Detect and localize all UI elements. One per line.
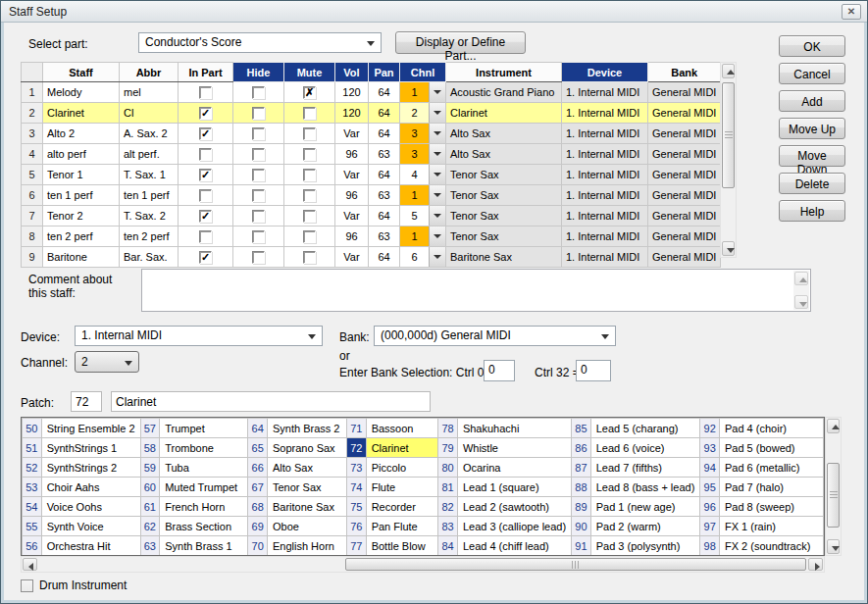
scroll-up-button[interactable] — [722, 64, 735, 78]
patch-name-cell[interactable]: Lead 6 (voice) — [590, 438, 700, 458]
patch-number-cell[interactable]: 67 — [248, 478, 268, 497]
patch-name-cell[interactable]: Pad 8 (sweep) — [719, 497, 823, 517]
scroll-right-button[interactable] — [808, 558, 823, 571]
staff-row[interactable]: 7Tenor 2T. Sax. 2✓Var645Tenor Sax1. Inte… — [22, 206, 721, 226]
patch-name-cell[interactable]: Choir Aahs — [41, 478, 140, 497]
patch-number-cell[interactable]: 55 — [23, 517, 42, 536]
in-part-checkbox[interactable]: ✓ — [199, 127, 212, 140]
in-part-checkbox[interactable]: ✓ — [199, 169, 212, 181]
patch-name-cell[interactable]: Brass Section — [160, 517, 248, 536]
patch-name-cell[interactable]: Voice Oohs — [41, 497, 140, 517]
pan-cell[interactable]: 64 — [369, 165, 400, 185]
instrument-cell[interactable]: Alto Sax — [446, 144, 562, 165]
patch-name-cell[interactable]: Orchestra Hit — [41, 536, 140, 556]
channel-value[interactable]: 1 — [400, 185, 429, 205]
patch-number-cell[interactable]: 59 — [140, 458, 160, 478]
patch-name-cell[interactable]: Soprano Sax — [267, 438, 346, 458]
add-button[interactable]: Add — [779, 90, 845, 112]
staff-abbr-cell[interactable]: alt perf. — [120, 144, 179, 165]
patch-number-cell[interactable]: 86 — [572, 438, 591, 458]
patch-name-cell[interactable]: Alto Sax — [267, 458, 346, 478]
channel-dropdown-button[interactable] — [429, 144, 445, 164]
patch-name-cell[interactable]: Recorder — [366, 497, 438, 517]
staff-name-cell[interactable]: Alto 2 — [43, 124, 120, 144]
patch-name-cell[interactable]: French Horn — [160, 497, 248, 517]
scrollbar-thumb[interactable] — [345, 558, 806, 571]
patch-number-cell[interactable]: 61 — [140, 497, 160, 517]
staff-abbr-cell[interactable]: Bar. Sax. — [120, 247, 179, 268]
mute-checkbox[interactable] — [303, 107, 316, 120]
drum-instrument-checkbox[interactable] — [21, 579, 33, 592]
patch-number-cell[interactable]: 63 — [140, 536, 160, 556]
pan-cell[interactable]: 63 — [369, 185, 400, 206]
device-cell[interactable]: 1. Internal MIDI — [562, 165, 648, 185]
patch-number-cell[interactable]: 81 — [438, 478, 458, 497]
bank-cell[interactable]: General MIDI — [648, 206, 721, 226]
staff-abbr-cell[interactable]: ten 2 perf — [120, 226, 179, 247]
volume-cell[interactable]: Var — [335, 165, 369, 185]
patch-name-cell[interactable]: Tuba — [160, 458, 248, 478]
display-define-part-button[interactable]: Display or Define Part... — [395, 31, 526, 54]
staff-abbr-cell[interactable]: T. Sax. 1 — [120, 165, 179, 185]
channel-value[interactable]: 3 — [400, 144, 429, 164]
staff-row-number[interactable]: 4 — [22, 144, 43, 165]
help-button[interactable]: Help — [779, 200, 845, 222]
patch-number-cell[interactable]: 75 — [347, 497, 367, 517]
device-cell[interactable]: 1. Internal MIDI — [562, 124, 648, 144]
device-combobox[interactable]: 1. Internal MIDI — [75, 326, 323, 346]
volume-cell[interactable]: Var — [335, 206, 369, 226]
staff-row-number[interactable]: 8 — [22, 226, 43, 247]
patch-name-cell[interactable]: Lead 4 (chiff lead) — [457, 536, 571, 556]
patch-number-cell[interactable]: 79 — [438, 438, 458, 458]
channel-dropdown-button[interactable] — [429, 206, 445, 226]
patch-number-cell[interactable]: 56 — [23, 536, 42, 556]
patch-name-cell[interactable]: Pad 6 (metallic) — [719, 458, 823, 478]
patch-name-cell[interactable]: Clarinet — [366, 438, 438, 458]
pan-cell[interactable]: 63 — [369, 226, 400, 247]
staff-row[interactable]: 5Tenor 1T. Sax. 1✓Var644Tenor Sax1. Inte… — [22, 165, 721, 185]
channel-dropdown-button[interactable] — [429, 165, 445, 184]
patch-number-cell[interactable]: 77 — [347, 536, 367, 556]
scrollbar-thumb[interactable] — [827, 463, 840, 528]
patch-name-cell[interactable]: Pad 2 (warm) — [590, 517, 700, 536]
patch-number-cell[interactable]: 58 — [140, 438, 160, 458]
in-part-checkbox[interactable] — [199, 86, 212, 99]
patch-number-cell[interactable]: 70 — [248, 536, 268, 556]
bank-cell[interactable]: General MIDI — [648, 144, 721, 165]
mute-checkbox[interactable]: ✗ — [303, 86, 316, 99]
staff-row[interactable]: 4alto perfalt perf.96633Alto Sax1. Inter… — [22, 144, 721, 165]
staff-row[interactable]: 9BaritoneBar. Sax.✓Var646Baritone Sax1. … — [22, 247, 721, 268]
patch-number-cell[interactable]: 84 — [438, 536, 458, 556]
instrument-cell[interactable]: Clarinet — [446, 103, 562, 124]
patch-name-cell[interactable]: Trumpet — [160, 419, 248, 438]
instrument-cell[interactable]: Alto Sax — [446, 124, 562, 144]
pan-cell[interactable]: 64 — [369, 82, 400, 103]
staff-row[interactable]: 1Melodymel✗120641Acoustic Grand Piano1. … — [22, 82, 721, 103]
channel-value[interactable]: 1 — [400, 82, 429, 102]
patch-number-cell[interactable]: 54 — [23, 497, 42, 517]
hide-checkbox[interactable] — [252, 251, 265, 264]
bank-cell[interactable]: General MIDI — [648, 165, 721, 185]
patch-name-cell[interactable]: English Horn — [267, 536, 346, 556]
patch-name-cell[interactable]: String Ensemble 2 — [41, 419, 140, 438]
patch-number-cell[interactable]: 72 — [347, 438, 367, 458]
instrument-cell[interactable]: Tenor Sax — [446, 206, 562, 226]
in-part-checkbox[interactable]: ✓ — [199, 251, 212, 264]
staff-name-cell[interactable]: Melody — [43, 82, 120, 103]
patch-name-cell[interactable]: Lead 1 (square) — [457, 478, 571, 497]
move-down-button[interactable]: Move Down — [779, 145, 845, 167]
patch-name-cell[interactable]: Pan Flute — [366, 517, 438, 536]
patch-name-cell[interactable]: FX 2 (soundtrack) — [719, 536, 823, 556]
patch-number-cell[interactable]: 66 — [248, 458, 268, 478]
mute-checkbox[interactable] — [303, 189, 316, 202]
staff-row-number[interactable]: 7 — [22, 206, 43, 226]
patch-name-cell[interactable]: Lead 7 (fifths) — [590, 458, 700, 478]
patch-number-cell[interactable]: 83 — [438, 517, 458, 536]
channel-dropdown-button[interactable] — [429, 185, 445, 205]
patch-number-cell[interactable]: 94 — [700, 458, 720, 478]
channel-value[interactable]: 2 — [400, 103, 429, 123]
channel-dropdown-button[interactable] — [429, 247, 445, 267]
device-cell[interactable]: 1. Internal MIDI — [562, 144, 648, 165]
patch-number-cell[interactable]: 82 — [438, 497, 458, 517]
instrument-cell[interactable]: Baritone Sax — [446, 247, 562, 268]
